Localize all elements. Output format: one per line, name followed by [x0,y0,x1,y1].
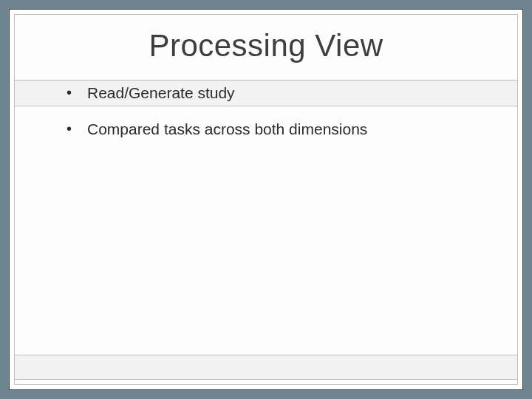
slide-title: Processing View [15,28,517,64]
slide: Processing View Read/Generate study Comp… [9,9,523,390]
accent-band-bottom [15,355,517,380]
slide-inner: Processing View Read/Generate study Comp… [14,14,518,385]
bullet-list: Read/Generate study Compared tasks acros… [66,83,495,156]
list-item: Read/Generate study [66,83,495,103]
list-item: Compared tasks across both dimensions [66,119,495,139]
